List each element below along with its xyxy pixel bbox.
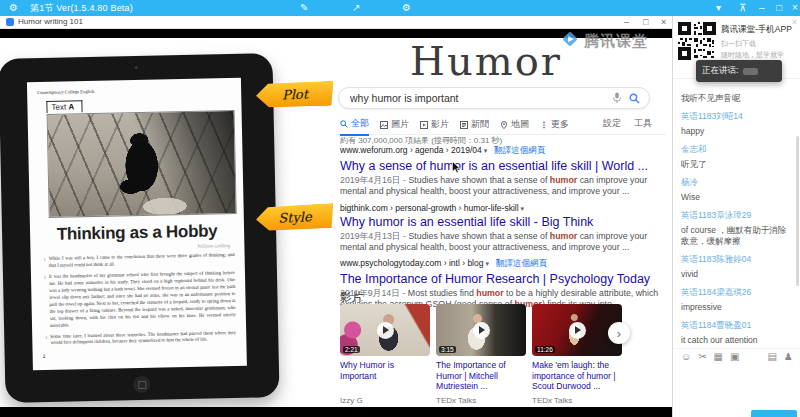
tab-images[interactable]: 圖片: [380, 117, 409, 136]
share-icon[interactable]: ↗: [352, 1, 360, 15]
play-icon[interactable]: [569, 322, 586, 339]
chat-toolbar: ☺ ✂ ▦ ▣ ▤ ♟: [673, 348, 800, 364]
play-icon[interactable]: [377, 322, 394, 339]
snippet-highlight: humor: [550, 175, 577, 185]
textbook-paragraph: 1 While I was still a boy, I came to the…: [41, 252, 235, 270]
search-box[interactable]: [338, 87, 650, 109]
tools-link[interactable]: 工具: [634, 117, 652, 130]
chat-text: vivid: [681, 269, 793, 280]
video-source: TEDx Talks: [436, 396, 476, 405]
annotate-icon[interactable]: ✎: [300, 1, 308, 15]
google-search-area: Humor 全部: [336, 38, 666, 407]
result-url[interactable]: www.weforum.org › agenda › 2019/04▾翻譯這個網…: [340, 145, 662, 157]
snippet-text: Studies have shown that a sense of: [408, 231, 549, 241]
text-a-word: Text: [51, 103, 66, 112]
video-card[interactable]: 2:21 Why Humor is Important Izzy G: [340, 304, 430, 407]
promo-line1: 扫一扫下载: [721, 39, 756, 49]
video-title[interactable]: Why Humor is Important: [340, 360, 430, 381]
pin-icon[interactable]: ⊼: [739, 1, 746, 15]
play-icon[interactable]: [473, 322, 490, 339]
speaking-toast: 正在讲话:: [696, 60, 782, 82]
dropdown-icon[interactable]: ▾: [716, 1, 721, 15]
tab-all[interactable]: 全部: [340, 117, 369, 136]
result-menu-caret-icon[interactable]: ▾: [484, 147, 488, 154]
chat-username: 英语1183陈雅婷04: [681, 254, 793, 266]
video-card[interactable]: 3:15 The Importance of Humor | Mitchell …: [436, 304, 526, 407]
close-icon[interactable]: ×: [792, 1, 798, 15]
minimize-icon[interactable]: –: [759, 1, 765, 15]
chat-scrollbar[interactable]: [796, 136, 799, 286]
tab-more[interactable]: 更多: [540, 117, 569, 136]
search-icon[interactable]: [629, 93, 640, 104]
tab-label: 更多: [551, 118, 569, 131]
tab-label: 地圖: [511, 118, 529, 131]
video-thumbnail[interactable]: 3:15: [436, 304, 526, 356]
textbook-page-number: 2: [43, 349, 237, 359]
tablet-camera: [135, 66, 138, 69]
video-title[interactable]: Make 'em laugh: the importance of humor …: [532, 360, 622, 392]
maximize-icon[interactable]: □: [776, 1, 782, 15]
tab-label: 圖片: [391, 118, 409, 131]
screen: { "os_bar": { "title": "第1节 Ver(1.5.4.80…: [0, 0, 800, 417]
result-menu-caret-icon[interactable]: ▾: [521, 205, 525, 212]
slide-canvas: Contemporary College English Text A Thin…: [0, 38, 672, 407]
videos-next-icon[interactable]: ›: [608, 322, 630, 344]
result-title[interactable]: Why humor is an essential life skill - B…: [340, 215, 662, 229]
window-close-icon[interactable]: ×: [661, 16, 666, 28]
tab-maps[interactable]: 地圖: [500, 117, 529, 136]
search-results: www.weforum.org › agenda › 2019/04▾翻譯這個網…: [340, 145, 662, 316]
window-minimize-icon[interactable]: –: [624, 16, 629, 28]
search-result: bigthink.com › personal-growth › humor-l…: [340, 203, 662, 254]
chat-text: Wise: [681, 192, 793, 203]
result-url[interactable]: bigthink.com › personal-growth › humor-l…: [340, 203, 662, 213]
member-list-icon[interactable]: ♟: [784, 351, 793, 362]
screenshot-scissors-icon[interactable]: ✂: [698, 351, 706, 362]
video-thumbnail[interactable]: 2:21: [340, 304, 430, 356]
result-date: 2019年4月13日 -: [340, 231, 408, 241]
mouse-cursor: [452, 160, 461, 178]
camera-icon[interactable]: ▣: [730, 351, 739, 362]
chat-record-icon[interactable]: ▤: [768, 351, 777, 362]
chat-text: happy: [681, 126, 793, 137]
mic-icon[interactable]: [612, 92, 622, 104]
chat-text: 我听不见声音呢: [681, 93, 793, 104]
paragraph-text: While I was still a boy, I came to the c…: [49, 252, 235, 270]
emoji-icon[interactable]: ☺: [681, 351, 691, 362]
translate-link[interactable]: 翻譯這個網頁: [494, 145, 545, 155]
result-menu-caret-icon[interactable]: ▾: [485, 260, 489, 267]
videos-section-header: 影片: [340, 290, 363, 305]
textbook-title: Thinking as a Hobby: [40, 221, 234, 245]
image-icon[interactable]: ▦: [714, 351, 723, 362]
window-title: Humor writing 101: [18, 17, 83, 26]
snippet-text: Studies have shown that a sense of: [408, 175, 549, 185]
plot-sticker: Plot: [256, 81, 335, 109]
result-title[interactable]: The Importance of Humor Research | Psych…: [340, 272, 662, 286]
result-url[interactable]: www.psychologytoday.com › intl › blog▾翻譯…: [340, 258, 662, 270]
send-button[interactable]: [751, 410, 797, 417]
video-title[interactable]: The Importance of Humor | Mitchell Mutri…: [436, 360, 526, 392]
main-window: Humor writing 101 – □ × Contemporary Col…: [0, 16, 672, 417]
window-maximize-icon[interactable]: □: [643, 16, 648, 28]
translate-link[interactable]: 翻譯這個網頁: [496, 258, 547, 268]
result-title[interactable]: Why a sense of humor is an essential lif…: [340, 159, 662, 173]
result-breadcrumb: www.psychologytoday.com › intl › blog: [340, 258, 483, 268]
chat-message-list[interactable]: 我听不见声音呢 英语1183刘昭14 happy 金志和 听见了 杨冷 Wise…: [673, 88, 800, 346]
search-input[interactable]: [348, 91, 605, 105]
chat-username: 英语1184曹晓盈01: [681, 320, 793, 332]
result-snippet: 2019年4月13日 - Studies have shown that a s…: [340, 231, 662, 254]
snippet-text: Most studies find: [408, 288, 476, 298]
chat-text: 听见了: [681, 159, 793, 170]
settings-gear-icon[interactable]: ⚙: [402, 1, 411, 15]
settings-link[interactable]: 設定: [603, 117, 621, 130]
text-a-letter: A: [68, 102, 74, 111]
video-duration: 3:15: [439, 346, 456, 353]
video-card[interactable]: 11:26 Make 'em laugh: the importance of …: [532, 304, 622, 407]
window-title-bar: Humor writing 101 – □ ×: [0, 16, 672, 29]
textbook-paragraph: 3 Some time later, I learned about these…: [42, 330, 236, 348]
chat-text: impressive: [681, 302, 793, 313]
video-source: TEDx Talks: [532, 396, 572, 405]
tab-news[interactable]: 新聞: [460, 117, 489, 136]
videos-row: 2:21 Why Humor is Important Izzy G 3:15 …: [340, 304, 622, 407]
tab-videos[interactable]: 影片: [420, 117, 449, 136]
promo-close-icon[interactable]: ×: [792, 17, 797, 27]
